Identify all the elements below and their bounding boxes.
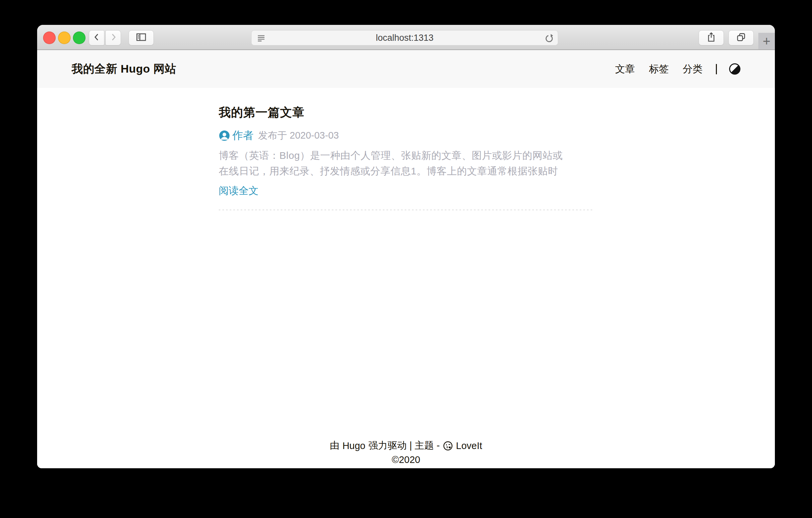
author-link[interactable]: 作者: [232, 128, 254, 143]
summary-line: 在线日记，用来纪录、抒发情感或分享信息1。博客上的文章通常根据张贴时: [219, 163, 593, 179]
footer-text: 由: [330, 439, 339, 452]
read-more-link[interactable]: 阅读全文: [219, 184, 259, 198]
chevron-left-icon: [93, 32, 101, 43]
browser-toolbar: localhost:1313: [37, 25, 775, 50]
zoom-window-button[interactable]: [73, 31, 86, 44]
forward-button[interactable]: [106, 30, 121, 46]
sidebar-toggle-button[interactable]: [128, 30, 154, 46]
nav-item-tags[interactable]: 标签: [649, 62, 669, 76]
summary-line: 博客（英语：Blog）是一种由个人管理、张贴新的文章、图片或影片的网站或: [219, 147, 593, 163]
web-page: 我的全新 Hugo 网站 文章 标签 分类 我的第一篇文章: [37, 50, 775, 468]
theme-link[interactable]: LoveIt: [456, 440, 482, 451]
nav-item-posts[interactable]: 文章: [615, 62, 635, 76]
new-tab-button[interactable]: +: [758, 33, 775, 49]
back-button[interactable]: [89, 30, 105, 46]
site-title-link[interactable]: 我的全新 Hugo 网站: [71, 61, 176, 77]
user-circle-icon: [219, 130, 230, 141]
main-content: 我的第一篇文章 作者: [37, 88, 775, 210]
nav-item-categories[interactable]: 分类: [683, 62, 703, 76]
post-title-link[interactable]: 我的第一篇文章: [219, 106, 593, 119]
footer-text: 强力驱动 | 主题 -: [368, 439, 439, 452]
post-divider: [219, 210, 593, 210]
traffic-lights: [43, 31, 86, 44]
footer-copyright: ©2020: [37, 453, 775, 466]
tabs-icon: [736, 32, 746, 44]
theme-toggle-icon[interactable]: [729, 63, 741, 75]
close-window-button[interactable]: [43, 31, 56, 44]
address-bar[interactable]: localhost:1313: [251, 30, 558, 46]
desktop-background: localhost:1313: [0, 0, 812, 518]
tab-overview-button[interactable]: [728, 30, 754, 46]
sidebar-icon: [136, 32, 147, 43]
site-footer: 由 Hugo 强力驱动 | 主题 - LoveIt ©202: [37, 439, 775, 466]
safari-window: localhost:1313: [37, 25, 775, 468]
post-summary-text: 博客（英语：Blog）是一种由个人管理、张贴新的文章、图片或影片的网站或 在线日…: [219, 147, 593, 179]
kiss-wink-heart-icon: [443, 441, 453, 451]
publish-date: 发布于 2020-03-03: [258, 129, 339, 142]
nav-divider: [716, 64, 717, 74]
share-icon: [706, 32, 716, 44]
site-nav: 文章 标签 分类: [615, 62, 741, 76]
hugo-link[interactable]: Hugo: [342, 440, 365, 451]
minimize-window-button[interactable]: [58, 31, 70, 44]
reload-icon[interactable]: [544, 33, 554, 45]
post-meta: 作者 发布于 2020-03-03: [219, 128, 593, 143]
footer-powered-by: 由 Hugo 强力驱动 | 主题 - LoveIt: [37, 439, 775, 452]
post-summary-card: 我的第一篇文章 作者: [219, 88, 593, 210]
url-text: localhost:1313: [252, 30, 558, 45]
share-button[interactable]: [699, 30, 724, 46]
chevron-right-icon: [109, 32, 117, 43]
site-header: 我的全新 Hugo 网站 文章 标签 分类: [37, 50, 775, 88]
